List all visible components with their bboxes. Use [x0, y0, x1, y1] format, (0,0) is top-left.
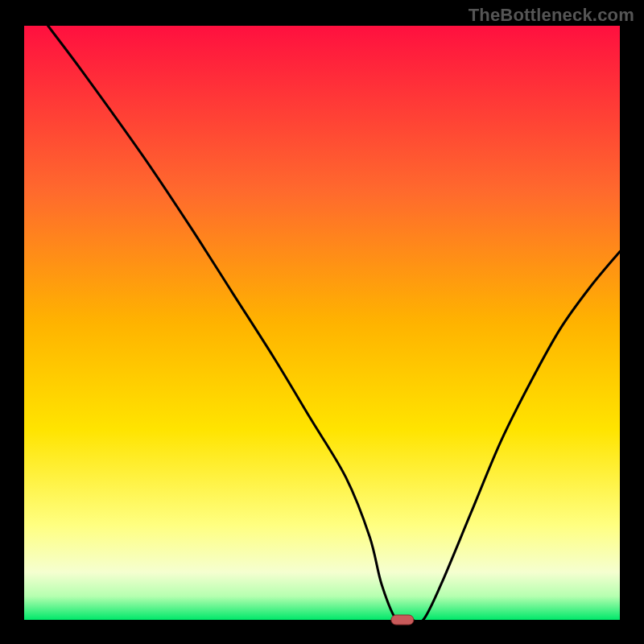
bottleneck-chart — [0, 0, 644, 644]
attribution-text: TheBottleneck.com — [469, 5, 634, 26]
chart-frame: { "attribution": "TheBottleneck.com", "c… — [0, 0, 644, 644]
optimal-marker — [391, 615, 414, 625]
